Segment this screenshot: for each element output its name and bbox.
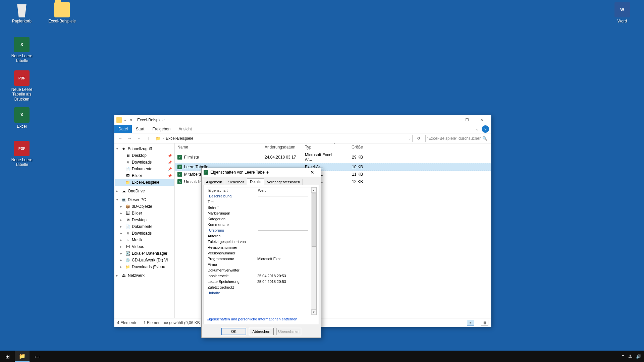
property-row[interactable]: Markierungen: [206, 210, 311, 216]
ok-button[interactable]: OK: [221, 328, 246, 335]
property-row[interactable]: Revisionsnummer: [206, 245, 311, 250]
properties-scrollbar[interactable]: ▴ ▾: [311, 187, 316, 315]
tray-volume-icon[interactable]: 🔊: [636, 354, 641, 359]
scroll-thumb[interactable]: [312, 193, 316, 247]
tree-node[interactable]: ▾💻Dieser PC: [115, 196, 174, 203]
tree-node[interactable]: ▸🖧Netzwerk: [115, 272, 174, 279]
tree-expand-icon[interactable]: ▸: [120, 258, 124, 262]
taskbar-app-button[interactable]: ▭: [30, 351, 44, 362]
property-row[interactable]: Dokumentverwalter: [206, 267, 311, 273]
tree-node[interactable]: ▸☁OneDrive: [115, 188, 174, 194]
cancel-button[interactable]: Abbrechen: [249, 328, 274, 335]
tree-expand-icon[interactable]: ▸: [120, 212, 124, 215]
tree-node[interactable]: ▾★Schnellzugriff: [115, 145, 174, 152]
tree-node[interactable]: 📁Excel-Beispiele: [115, 179, 174, 186]
tree-node[interactable]: ⬇Downloads📌: [115, 159, 174, 166]
tree-expand-icon[interactable]: ▸: [120, 252, 124, 255]
view-icons-button[interactable]: ▦: [481, 320, 488, 326]
property-row[interactable]: Inhalt erstellt25.04.2018 20:53: [206, 273, 311, 279]
property-row[interactable]: Zuletzt gedruckt: [206, 285, 311, 290]
desktop-icon-word[interactable]: WWord: [604, 2, 641, 23]
desktop-icon-new-xlsx-pdf[interactable]: PDFNeue Leere Tabelle als Drucken: [3, 70, 40, 102]
ribbon-tab-freigeben[interactable]: Freigeben: [148, 125, 174, 133]
tray-network-icon[interactable]: 🖧: [628, 354, 633, 359]
tree-expand-icon[interactable]: ▸: [120, 238, 124, 242]
col-date[interactable]: Änderungsdatum: [262, 143, 302, 151]
ribbon-tab-ansicht[interactable]: Ansicht: [174, 125, 196, 133]
tree-node[interactable]: ▸🖥Desktop: [115, 217, 174, 223]
list-row[interactable]: XFilmliste24.04.2018 03:17Microsoft Exce…: [175, 151, 491, 163]
tree-node[interactable]: ▸💿CD-Laufwerk (D:) Vi: [115, 257, 174, 263]
taskbar-explorer-button[interactable]: 📁: [15, 351, 30, 362]
tree-node[interactable]: ▸🎞Videos: [115, 243, 174, 250]
nav-recent-button[interactable]: ▾: [135, 135, 143, 142]
nav-forward-button[interactable]: →: [126, 135, 133, 142]
desktop-icon-trash[interactable]: Papierkorb: [3, 2, 40, 23]
properties-close-button[interactable]: ✕: [306, 168, 319, 177]
scroll-track[interactable]: [311, 247, 316, 309]
tree-node[interactable]: ▸📄Dokumente: [115, 223, 174, 230]
refresh-button[interactable]: ⟳: [415, 135, 423, 142]
system-tray[interactable]: ⌃ 🖧 🔊: [619, 351, 644, 362]
maximize-button[interactable]: ☐: [460, 115, 474, 125]
property-row[interactable]: Betreff: [206, 205, 311, 210]
property-row[interactable]: Zuletzt gespeichert von: [206, 239, 311, 245]
tree-expand-icon[interactable]: ▸: [120, 225, 124, 228]
start-button[interactable]: ⊞: [0, 351, 15, 362]
tray-chevron-icon[interactable]: ⌃: [621, 354, 625, 359]
address-dropdown-icon[interactable]: ⌄: [408, 136, 411, 140]
property-row[interactable]: Titel: [206, 199, 311, 205]
ribbon-tab-start[interactable]: Start: [132, 125, 148, 133]
tree-expand-icon[interactable]: ▸: [120, 218, 124, 222]
properties-tab-details[interactable]: Details: [247, 178, 264, 185]
tree-node[interactable]: ▸🖼Bilder: [115, 210, 174, 217]
remove-properties-link[interactable]: Eigenschaften und persönliche Informatio…: [206, 315, 317, 322]
tree-expand-icon[interactable]: ▸: [116, 189, 120, 193]
tree-node[interactable]: 🖼Bilder📌: [115, 172, 174, 179]
tree-expand-icon[interactable]: ▸: [120, 232, 124, 235]
breadcrumb-item[interactable]: Excel-Beispiele: [166, 136, 193, 141]
property-row[interactable]: Letzte Speicherung25.04.2018 20:53: [206, 279, 311, 285]
properties-tab-sicherheit[interactable]: Sicherheit: [225, 179, 247, 185]
ribbon-tab-datei[interactable]: Datei: [114, 125, 132, 133]
tree-node[interactable]: ▸♪Musik: [115, 237, 174, 243]
property-row[interactable]: Kommentare: [206, 222, 311, 228]
ribbon-collapse-icon[interactable]: ⌄: [473, 125, 482, 133]
expand-columns-icon[interactable]: ⌃: [333, 143, 336, 146]
tree-node[interactable]: ▸📁Downloads (\\vbox: [115, 263, 174, 270]
search-input[interactable]: "Excel-Beispiele" durchsuchen 🔍: [425, 135, 489, 142]
tree-expand-icon[interactable]: ▾: [116, 147, 120, 150]
tree-node[interactable]: ▸📦3D-Objekte: [115, 203, 174, 210]
address-box[interactable]: 📁 › Excel-Beispiele ⌄: [154, 135, 413, 142]
property-row[interactable]: Kategorien: [206, 216, 311, 222]
tree-node[interactable]: 🖥Desktop📌: [115, 152, 174, 159]
desktop-icon-new-xlsx[interactable]: XNeue Leere Tabelle: [3, 37, 40, 63]
tree-node[interactable]: 📄Dokumente📌: [115, 166, 174, 172]
tree-node[interactable]: ▸⬇Downloads: [115, 230, 174, 237]
desktop-icon-new-xlsx-pdf2[interactable]: PDFNeue Leere Tabelle: [3, 141, 40, 167]
scroll-down-icon[interactable]: ▾: [311, 309, 316, 315]
qat-dropdown-icon[interactable]: ▾: [128, 117, 134, 123]
property-row[interactable]: Versionsnummer: [206, 250, 311, 256]
col-name[interactable]: Name: [175, 143, 262, 151]
tree-node[interactable]: ▸💽Lokaler Datenträger: [115, 250, 174, 257]
tree-expand-icon[interactable]: ▸: [116, 274, 120, 277]
property-row[interactable]: Firma: [206, 262, 311, 267]
desktop-icon-excel-app[interactable]: XExcel: [3, 107, 40, 129]
scroll-up-icon[interactable]: ▴: [311, 187, 316, 193]
col-type[interactable]: Typ: [302, 143, 342, 151]
list-header[interactable]: ⌃ Name Änderungsdatum Typ Größe: [175, 143, 491, 151]
col-size[interactable]: Größe: [342, 143, 366, 151]
close-button[interactable]: ✕: [474, 115, 489, 125]
properties-tab-vorgängerversionen[interactable]: Vorgängerversionen: [264, 179, 303, 185]
nav-back-button[interactable]: ←: [116, 135, 124, 142]
property-row[interactable]: Autoren: [206, 233, 311, 239]
properties-tab-allgemein[interactable]: Allgemein: [203, 179, 225, 185]
nav-up-button[interactable]: ↑: [145, 135, 152, 142]
tree-expand-icon[interactable]: ▸: [120, 205, 124, 208]
property-row[interactable]: ProgrammnameMicrosoft Excel: [206, 256, 311, 262]
desktop-icon-folder-excel[interactable]: Excel-Beispiele: [44, 2, 80, 23]
help-button[interactable]: ?: [482, 125, 489, 133]
taskbar[interactable]: ⊞ 📁 ▭ ⌃ 🖧 🔊: [0, 351, 644, 362]
tree-expand-icon[interactable]: ▸: [120, 245, 124, 248]
